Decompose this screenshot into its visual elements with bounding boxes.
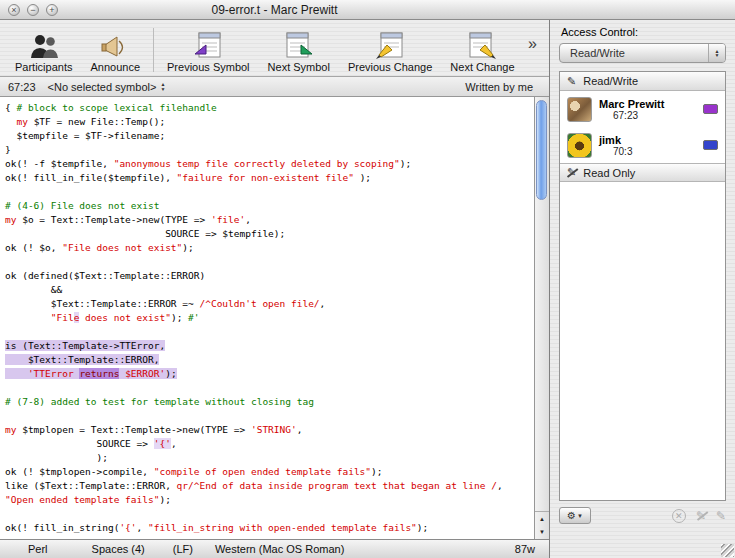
participants-list: ✎ Read/Write Marc Prewitt 67:23 jimk 70:… xyxy=(559,71,726,501)
allow-write-button[interactable]: ✎ xyxy=(716,509,726,523)
member-position: 70:3 xyxy=(613,146,632,157)
group-readonly-label: Read Only xyxy=(583,167,635,179)
toolbar-overflow-chevron-icon[interactable]: » xyxy=(528,35,545,63)
scroll-up-arrow-icon[interactable]: ▲ xyxy=(535,512,549,526)
previous-symbol-button[interactable]: Previous Symbol xyxy=(158,29,259,73)
member-row[interactable]: jimk 70:3 xyxy=(560,127,725,163)
pencil-icon: ✎ xyxy=(567,76,576,87)
group-readwrite-label: Read/Write xyxy=(583,75,638,87)
code-line: SOURCE => $tempfile); xyxy=(5,227,534,241)
pencil-slash-icon: ✎ xyxy=(567,167,576,178)
code-line: ok(! -f $tempfile, "anonymous temp file … xyxy=(5,157,534,171)
code-line xyxy=(5,381,534,395)
window-title: 09-error.t - Marc Prewitt xyxy=(0,3,549,17)
vertical-scrollbar[interactable]: ▲ ▼ xyxy=(534,97,549,539)
access-popup[interactable]: Read/Write ▲▼ xyxy=(559,43,726,63)
code-area[interactable]: { # block to scope lexical filehandle my… xyxy=(0,97,534,539)
code-line: && xyxy=(5,283,534,297)
announce-megaphone-icon xyxy=(100,29,130,60)
avatar xyxy=(567,97,592,122)
toolbar: Participants Announce xyxy=(0,20,549,77)
previous-change-button[interactable]: Previous Change xyxy=(339,29,441,73)
action-gear-button[interactable]: ⚙ ▼ xyxy=(559,507,591,524)
member-position: 67:23 xyxy=(613,110,664,121)
code-line: ok (! $o, "File does not exist"); xyxy=(5,241,534,255)
code-line: my $o = Text::Template->new(TYPE => 'fil… xyxy=(5,213,534,227)
resize-grip[interactable] xyxy=(721,544,734,557)
chevron-down-icon: ▼ xyxy=(577,513,583,519)
symbol-popup-label: <No selected symbol> xyxy=(48,81,157,93)
mode-popup[interactable]: Perl xyxy=(28,543,48,555)
previous-change-label: Previous Change xyxy=(348,61,432,73)
code-line: ); xyxy=(5,451,534,465)
next-symbol-icon xyxy=(284,29,314,60)
code-line: ok(! fill_in_string('{', "fill_in_string… xyxy=(5,521,534,535)
code-line xyxy=(5,409,534,423)
next-change-pencil-icon xyxy=(467,29,497,60)
editor-wrap: { # block to scope lexical filehandle my… xyxy=(0,97,549,539)
code-line xyxy=(5,255,534,269)
code-line: SOURCE => '{', xyxy=(5,437,534,451)
previous-symbol-icon xyxy=(193,29,223,60)
cursor-position: 67:23 xyxy=(8,81,36,93)
access-popup-value: Read/Write xyxy=(570,47,625,59)
participants-label: Participants xyxy=(15,61,72,73)
status-bar: Perl Spaces (4) (LF) Western (Mac OS Rom… xyxy=(0,539,549,558)
code-line: is (Text::Template->TTError, xyxy=(5,339,534,353)
line-ending-popup[interactable]: (LF) xyxy=(173,543,193,555)
symbol-bar: 67:23 <No selected symbol> ▲▼ Written by… xyxy=(0,77,549,97)
member-name: Marc Prewitt xyxy=(599,98,664,110)
code-line: "Open ended template fails"); xyxy=(5,493,534,507)
code-line: { # block to scope lexical filehandle xyxy=(5,101,534,115)
code-line: } xyxy=(5,143,534,157)
scrollbar-thumb[interactable] xyxy=(536,100,547,200)
announce-button[interactable]: Announce xyxy=(81,29,149,73)
previous-symbol-label: Previous Symbol xyxy=(167,61,250,73)
participants-button[interactable]: Participants xyxy=(6,29,81,73)
stepper-icon: ▲▼ xyxy=(160,82,165,91)
app-window: × − + 09-error.t - Marc Prewitt Particip… xyxy=(0,0,735,558)
member-name: jimk xyxy=(599,134,632,146)
spaces-popup[interactable]: Spaces (4) xyxy=(92,543,145,555)
next-symbol-label: Next Symbol xyxy=(268,61,330,73)
symbol-popup[interactable]: <No selected symbol> ▲▼ xyxy=(48,81,166,93)
gear-icon: ⚙ xyxy=(567,510,576,521)
toolbar-separator xyxy=(153,28,154,72)
panel-controls: ⚙ ▼ ✕ ✎ ✎ xyxy=(559,507,726,524)
code-line: $Text::Template::ERROR, xyxy=(5,353,534,367)
code-line: ok(! fill_in_file($tempfile), "failure f… xyxy=(5,171,534,185)
document-pane: Participants Announce xyxy=(0,20,549,558)
deny-write-button[interactable]: ✎ xyxy=(696,509,706,523)
remove-icon: ✕ xyxy=(675,511,683,521)
code-line: # (4-6) File does not exist xyxy=(5,199,534,213)
word-count: 87w xyxy=(515,543,535,555)
code-line: my $TF = new File::Temp(); xyxy=(5,115,534,129)
access-control-label: Access Control: xyxy=(561,26,726,38)
next-change-button[interactable]: Next Change xyxy=(441,29,523,73)
code-line: like ($Text::Template::ERROR, qr/^End of… xyxy=(5,479,534,493)
encoding-popup[interactable]: Western (Mac OS Roman) xyxy=(215,543,344,555)
previous-change-pencil-icon xyxy=(375,29,405,60)
member-row[interactable]: Marc Prewitt 67:23 xyxy=(560,91,725,127)
code-line: $Text::Template::ERROR =~ /^Couldn't ope… xyxy=(5,297,534,311)
scroll-down-arrow-icon[interactable]: ▼ xyxy=(535,526,549,540)
code-line xyxy=(5,185,534,199)
code-line: # (7-8) added to test for template witho… xyxy=(5,395,534,409)
next-symbol-button[interactable]: Next Symbol xyxy=(259,29,339,73)
group-header-readonly[interactable]: ✎ Read Only xyxy=(560,163,725,182)
avatar xyxy=(567,133,592,158)
member-color-swatch xyxy=(703,104,718,114)
code-line: ok (defined($Text::Template::ERROR) xyxy=(5,269,534,283)
group-header-readwrite[interactable]: ✎ Read/Write xyxy=(560,72,725,91)
next-change-label: Next Change xyxy=(450,61,514,73)
participants-icon xyxy=(29,29,59,60)
code-line: "File does not exist"); #' xyxy=(5,311,534,325)
code-line: $tempfile = $TF->filename; xyxy=(5,129,534,143)
scrollbar-arrows: ▲ ▼ xyxy=(535,511,549,539)
title-bar: × − + 09-error.t - Marc Prewitt xyxy=(0,0,735,20)
remove-participant-button[interactable]: ✕ xyxy=(672,509,686,523)
access-control-panel: Access Control: Read/Write ▲▼ ✎ Read/Wri… xyxy=(549,20,735,558)
code-line: ok (! $tmplopen->compile, "compile of op… xyxy=(5,465,534,479)
scrollbar-track[interactable] xyxy=(535,97,549,511)
code-line: 'TTError returns $ERROR'); xyxy=(5,367,534,381)
